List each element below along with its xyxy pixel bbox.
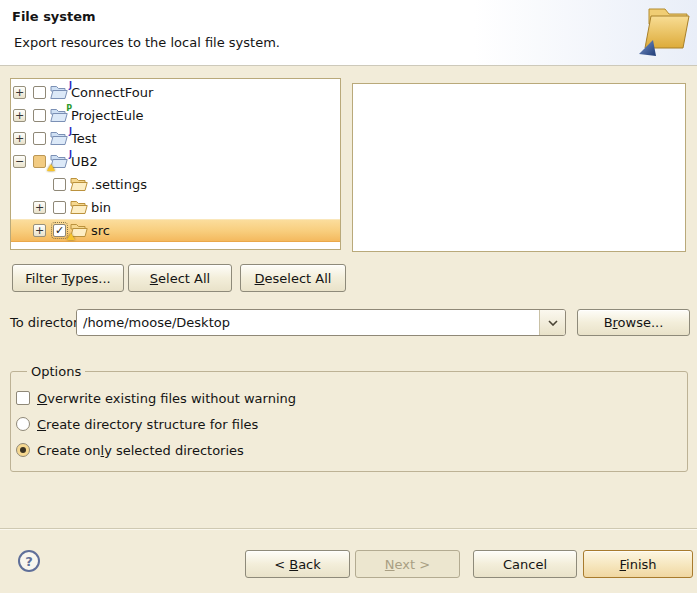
directory-input[interactable] bbox=[77, 310, 539, 335]
folder-icon bbox=[70, 200, 88, 215]
project-folder-icon: P bbox=[50, 108, 68, 123]
tree-item-label: ConnectFour bbox=[71, 85, 153, 100]
cancel-button[interactable]: Cancel bbox=[473, 550, 577, 578]
tree-row-src[interactable]: +✓src bbox=[11, 219, 340, 242]
tree-item-label: src bbox=[91, 223, 110, 238]
badge-j-icon: J bbox=[69, 81, 72, 90]
combo-dropdown-button[interactable] bbox=[539, 310, 565, 335]
checkbox-settings[interactable] bbox=[53, 178, 66, 191]
expand-icon[interactable]: + bbox=[33, 201, 46, 214]
tree-row-settings[interactable]: .settings bbox=[11, 173, 340, 196]
checkbox-projecteule[interactable] bbox=[33, 109, 46, 122]
badge-j-icon: J bbox=[69, 150, 72, 159]
options-legend: Options bbox=[27, 364, 85, 379]
expand-icon[interactable]: + bbox=[13, 86, 26, 99]
option-label-0[interactable]: Overwrite existing files without warning bbox=[37, 391, 296, 406]
deselect-all-button[interactable]: Deselect All bbox=[240, 264, 346, 292]
radio-1[interactable] bbox=[16, 417, 30, 431]
option-row-1: Create directory structure for files bbox=[16, 411, 687, 437]
checkbox-0[interactable] bbox=[16, 391, 30, 405]
browse-button[interactable]: Browse... bbox=[577, 309, 690, 336]
radio-2[interactable] bbox=[16, 443, 30, 457]
options-rows: Overwrite existing files without warning… bbox=[16, 385, 687, 463]
filter-types-button[interactable]: Filter Types... bbox=[12, 264, 124, 292]
badge-p-icon: P bbox=[66, 104, 72, 113]
tree-item-label: bin bbox=[91, 200, 111, 215]
tree-row-projecteule[interactable]: +PProjectEule bbox=[11, 104, 340, 127]
chevron-down-icon bbox=[548, 320, 558, 326]
expand-icon[interactable]: + bbox=[13, 109, 26, 122]
file-list-panel[interactable] bbox=[352, 83, 686, 252]
project-folder-icon: J bbox=[50, 85, 68, 100]
filter-button-bar: Filter Types... Select All Deselect All bbox=[12, 264, 346, 292]
footer-separator bbox=[0, 528, 697, 529]
page-subtitle: Export resources to the local file syste… bbox=[14, 35, 280, 50]
directory-combo bbox=[76, 309, 566, 336]
option-label-1[interactable]: Create directory structure for files bbox=[37, 417, 258, 432]
export-folder-icon bbox=[637, 4, 693, 58]
tree-item-label: ProjectEule bbox=[71, 108, 144, 123]
folder-icon bbox=[70, 177, 88, 192]
project-folder-icon: J bbox=[50, 131, 68, 146]
select-all-button[interactable]: Select All bbox=[128, 264, 232, 292]
options-group: Options Overwrite existing files without… bbox=[10, 364, 688, 472]
resource-tree: +JConnectFour+PProjectEule+JTest−JUB2.se… bbox=[10, 78, 341, 250]
option-row-0: Overwrite existing files without warning bbox=[16, 385, 687, 411]
back-button[interactable]: < Back bbox=[245, 550, 350, 578]
badge-j-icon: J bbox=[69, 127, 72, 136]
export-wizard-dialog: File system Export resources to the loca… bbox=[0, 0, 697, 593]
collapse-icon[interactable]: − bbox=[13, 155, 26, 168]
warning-overlay-icon bbox=[67, 233, 75, 240]
next-button[interactable]: Next > bbox=[355, 550, 460, 578]
project-folder-icon: J bbox=[50, 154, 68, 169]
option-label-2[interactable]: Create only selected directories bbox=[37, 443, 244, 458]
checkbox-src[interactable]: ✓ bbox=[53, 224, 66, 237]
wizard-banner: File system Export resources to the loca… bbox=[0, 0, 697, 66]
checkbox-test[interactable] bbox=[33, 132, 46, 145]
tree-item-label: .settings bbox=[91, 177, 147, 192]
tree-row-test[interactable]: +JTest bbox=[11, 127, 340, 150]
tree-item-label: Test bbox=[71, 131, 97, 146]
help-button[interactable]: ? bbox=[18, 550, 40, 572]
checkbox-connectfour[interactable] bbox=[33, 86, 46, 99]
expand-icon[interactable]: + bbox=[33, 224, 46, 237]
tree-row-connectfour[interactable]: +JConnectFour bbox=[11, 81, 340, 104]
finish-button[interactable]: Finish bbox=[583, 550, 693, 578]
checkbox-bin[interactable] bbox=[53, 201, 66, 214]
folder-icon bbox=[70, 223, 88, 238]
tree-row-ub2[interactable]: −JUB2 bbox=[11, 150, 340, 173]
page-title: File system bbox=[12, 9, 96, 24]
option-row-2: Create only selected directories bbox=[16, 437, 687, 463]
warning-overlay-icon bbox=[47, 164, 55, 171]
checkbox-ub2[interactable] bbox=[33, 155, 46, 168]
tree-row-bin[interactable]: +bin bbox=[11, 196, 340, 219]
tree-item-label: UB2 bbox=[71, 154, 98, 169]
expand-icon[interactable]: + bbox=[13, 132, 26, 145]
